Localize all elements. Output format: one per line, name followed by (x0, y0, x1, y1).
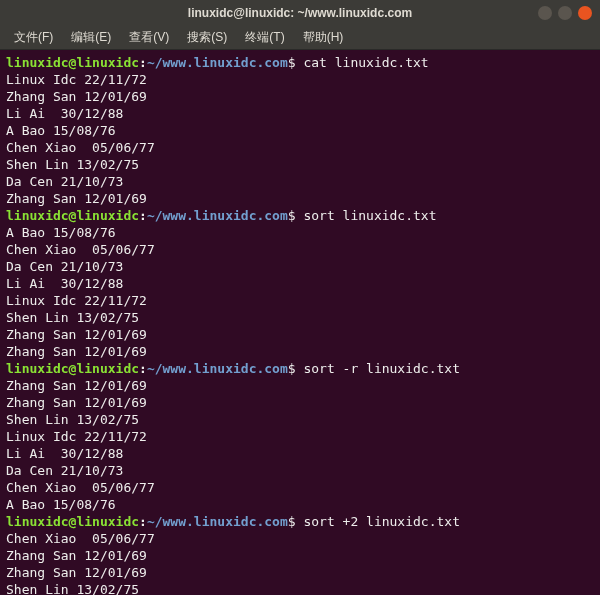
output-line: Li Ai 30/12/88 (6, 275, 594, 292)
window-title: linuxidc@linuxidc: ~/www.linuxidc.com (8, 6, 592, 20)
output-line: A Bao 15/08/76 (6, 496, 594, 513)
output-line: Chen Xiao 05/06/77 (6, 241, 594, 258)
menubar: 文件(F) 编辑(E) 查看(V) 搜索(S) 终端(T) 帮助(H) (0, 26, 600, 50)
prompt-line: linuxidc@linuxidc:~/www.linuxidc.com$ so… (6, 513, 594, 530)
output-line: Li Ai 30/12/88 (6, 105, 594, 122)
output-line: Linux Idc 22/11/72 (6, 428, 594, 445)
prompt-line: linuxidc@linuxidc:~/www.linuxidc.com$ ca… (6, 54, 594, 71)
menu-terminal[interactable]: 终端(T) (237, 27, 292, 48)
command-text: cat linuxidc.txt (303, 55, 428, 70)
menu-edit[interactable]: 编辑(E) (63, 27, 119, 48)
titlebar: linuxidc@linuxidc: ~/www.linuxidc.com (0, 0, 600, 26)
prompt-line: linuxidc@linuxidc:~/www.linuxidc.com$ so… (6, 360, 594, 377)
output-line: Chen Xiao 05/06/77 (6, 479, 594, 496)
menu-file[interactable]: 文件(F) (6, 27, 61, 48)
prompt-user: linuxidc@linuxidc (6, 361, 139, 376)
prompt-path: ~/www.linuxidc.com (147, 208, 288, 223)
output-line: Zhang San 12/01/69 (6, 343, 594, 360)
maximize-icon[interactable] (558, 6, 572, 20)
prompt-path: ~/www.linuxidc.com (147, 514, 288, 529)
menu-help[interactable]: 帮助(H) (295, 27, 352, 48)
prompt-sep: : (139, 55, 147, 70)
output-line: Zhang San 12/01/69 (6, 564, 594, 581)
output-line: A Bao 15/08/76 (6, 122, 594, 139)
minimize-icon[interactable] (538, 6, 552, 20)
menu-view[interactable]: 查看(V) (121, 27, 177, 48)
output-line: Linux Idc 22/11/72 (6, 292, 594, 309)
output-line: Zhang San 12/01/69 (6, 547, 594, 564)
prompt-symbol: $ (288, 361, 304, 376)
close-icon[interactable] (578, 6, 592, 20)
command-text: sort +2 linuxidc.txt (303, 514, 460, 529)
prompt-path: ~/www.linuxidc.com (147, 361, 288, 376)
prompt-sep: : (139, 208, 147, 223)
prompt-line: linuxidc@linuxidc:~/www.linuxidc.com$ so… (6, 207, 594, 224)
output-line: Linux Idc 22/11/72 (6, 71, 594, 88)
prompt-user: linuxidc@linuxidc (6, 55, 139, 70)
output-line: Zhang San 12/01/69 (6, 326, 594, 343)
prompt-sep: : (139, 514, 147, 529)
output-line: Zhang San 12/01/69 (6, 394, 594, 411)
output-line: Li Ai 30/12/88 (6, 445, 594, 462)
output-line: Da Cen 21/10/73 (6, 173, 594, 190)
output-line: Shen Lin 13/02/75 (6, 581, 594, 595)
terminal-area[interactable]: linuxidc@linuxidc:~/www.linuxidc.com$ ca… (0, 50, 600, 595)
output-line: Chen Xiao 05/06/77 (6, 530, 594, 547)
prompt-sep: : (139, 361, 147, 376)
output-line: Shen Lin 13/02/75 (6, 156, 594, 173)
output-line: Zhang San 12/01/69 (6, 88, 594, 105)
prompt-symbol: $ (288, 208, 304, 223)
output-line: Da Cen 21/10/73 (6, 258, 594, 275)
menu-search[interactable]: 搜索(S) (179, 27, 235, 48)
prompt-user: linuxidc@linuxidc (6, 514, 139, 529)
output-line: Shen Lin 13/02/75 (6, 411, 594, 428)
output-line: Da Cen 21/10/73 (6, 462, 594, 479)
prompt-user: linuxidc@linuxidc (6, 208, 139, 223)
output-line: Zhang San 12/01/69 (6, 377, 594, 394)
output-line: Chen Xiao 05/06/77 (6, 139, 594, 156)
output-line: A Bao 15/08/76 (6, 224, 594, 241)
window-controls (538, 6, 592, 20)
command-text: sort linuxidc.txt (303, 208, 436, 223)
command-text: sort -r linuxidc.txt (303, 361, 460, 376)
prompt-path: ~/www.linuxidc.com (147, 55, 288, 70)
prompt-symbol: $ (288, 55, 304, 70)
output-line: Zhang San 12/01/69 (6, 190, 594, 207)
prompt-symbol: $ (288, 514, 304, 529)
output-line: Shen Lin 13/02/75 (6, 309, 594, 326)
